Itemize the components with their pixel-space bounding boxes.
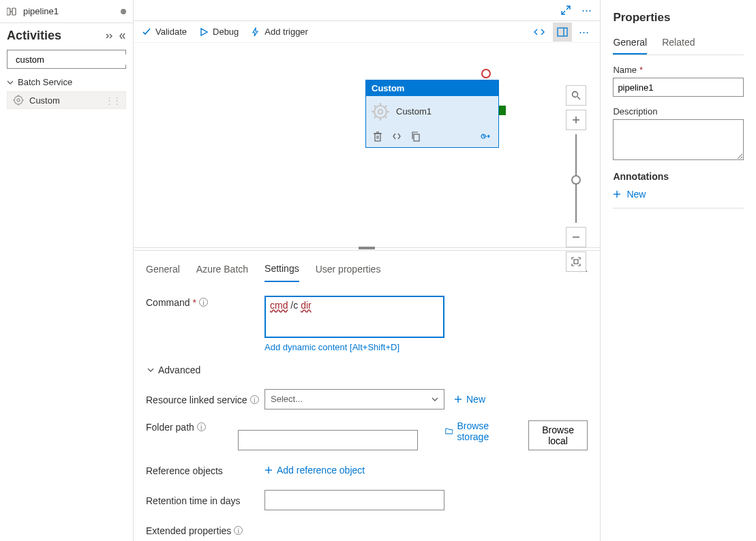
info-icon[interactable]: i	[250, 395, 259, 404]
retention-input[interactable]	[264, 490, 444, 510]
validate-button[interactable]: Validate	[142, 27, 187, 37]
extended-props-label: Extended properties i	[146, 524, 243, 536]
name-label: Name*	[613, 65, 744, 75]
new-linked-service-button[interactable]: New	[454, 394, 485, 405]
properties-toggle-button[interactable]	[553, 22, 572, 42]
svg-point-5	[14, 96, 22, 104]
node-actions	[366, 127, 498, 147]
flow-icon[interactable]	[481, 132, 492, 142]
add-trigger-button[interactable]: Add trigger	[251, 27, 308, 37]
properties-tab-related[interactable]: Related	[662, 34, 695, 55]
node-body: Custom1	[366, 96, 498, 127]
activities-search[interactable]	[7, 50, 126, 69]
activity-label: Custom	[29, 95, 60, 106]
svg-line-33	[577, 97, 580, 99]
svg-rect-1	[12, 8, 16, 15]
pipeline-icon	[7, 7, 18, 16]
toolbar-more-icon[interactable]: ⋯	[576, 26, 592, 38]
chevron-down-icon	[147, 367, 154, 373]
svg-rect-23	[375, 134, 380, 141]
tab-user-properties[interactable]: User properties	[316, 260, 381, 281]
drag-handle-icon: ⋮⋮	[105, 95, 120, 106]
svg-rect-11	[558, 28, 567, 36]
window-controls: ⋯	[134, 0, 600, 21]
check-icon	[142, 27, 151, 37]
svg-point-32	[573, 91, 578, 97]
svg-point-6	[17, 99, 20, 102]
horizontal-splitter[interactable]	[134, 247, 600, 250]
gear-icon	[13, 95, 24, 106]
zoom-fit-button[interactable]	[566, 251, 586, 272]
output-connector[interactable]	[499, 106, 506, 115]
activities-heading: Activities	[7, 29, 102, 43]
unsaved-indicator	[121, 9, 126, 14]
resource-linked-label: Resource linked service i	[146, 393, 264, 405]
description-input[interactable]	[613, 119, 744, 160]
zoom-out-button[interactable]	[566, 227, 586, 247]
svg-rect-28	[414, 134, 419, 141]
collapse-sidebar-icon[interactable]	[119, 32, 126, 40]
activity-custom[interactable]: Custom ⋮⋮	[7, 91, 126, 109]
folder-path-label: Folder path i	[146, 420, 238, 433]
advanced-toggle[interactable]: Advanced	[147, 365, 588, 375]
trigger-icon	[251, 27, 260, 37]
command-input[interactable]: cmd /c dir	[264, 296, 444, 338]
info-icon[interactable]: i	[197, 422, 206, 431]
zoom-search-button[interactable]	[566, 85, 586, 106]
activity-node-custom1[interactable]: Custom Custom1	[365, 80, 499, 148]
new-annotation-button[interactable]: New	[613, 186, 744, 208]
command-label: Command* i	[146, 296, 264, 308]
delete-icon[interactable]	[373, 132, 382, 142]
properties-tab-general[interactable]: General	[613, 34, 647, 55]
code-icon[interactable]	[392, 132, 402, 142]
code-view-button[interactable]	[530, 22, 549, 42]
svg-line-22	[385, 106, 387, 108]
svg-point-14	[378, 110, 383, 114]
svg-line-19	[374, 106, 376, 108]
annotations-heading: Annotations	[613, 171, 744, 182]
properties-tabs: General Related	[613, 34, 744, 55]
more-icon[interactable]: ⋯	[579, 4, 594, 16]
zoom-in-button[interactable]	[566, 110, 586, 130]
play-icon	[199, 27, 209, 37]
validation-error-badge	[481, 69, 491, 78]
main-area: ⋯ Validate Debug Add trigger ⋯ Cust	[134, 0, 601, 541]
chevron-down-icon	[432, 396, 438, 403]
copy-icon[interactable]	[411, 132, 421, 142]
add-reference-object-button[interactable]: Add reference object	[264, 465, 365, 476]
activities-header: Activities	[0, 23, 133, 46]
tab-general[interactable]: General	[146, 260, 180, 281]
settings-tabs: General Azure Batch Settings User proper…	[146, 251, 588, 282]
expand-all-icon[interactable]	[106, 32, 115, 40]
pipeline-toolbar: Validate Debug Add trigger ⋯	[134, 21, 600, 42]
group-batch-service[interactable]: Batch Service	[0, 74, 133, 90]
resource-linked-select[interactable]: Select...	[264, 389, 444, 409]
description-label: Description	[613, 106, 744, 117]
retention-label: Retention time in days	[146, 494, 264, 506]
debug-button[interactable]: Debug	[199, 27, 239, 37]
plus-icon	[613, 190, 621, 198]
folder-path-input[interactable]	[238, 430, 418, 450]
chevron-down-icon	[7, 79, 14, 86]
pipeline-canvas[interactable]: Custom Custom1	[134, 43, 600, 247]
properties-title: Properties	[613, 11, 744, 25]
tab-settings[interactable]: Settings	[264, 259, 299, 282]
browse-storage-link[interactable]: Browse storage	[445, 420, 508, 442]
settings-panel: General Azure Batch Settings User proper…	[134, 250, 600, 541]
tab-azure-batch[interactable]: Azure Batch	[196, 260, 248, 281]
gear-icon	[372, 103, 389, 121]
node-header: Custom	[366, 80, 498, 96]
search-input[interactable]	[16, 55, 130, 65]
info-icon[interactable]: i	[199, 298, 208, 307]
name-input[interactable]	[613, 78, 744, 97]
editor-tab[interactable]: pipeline1	[0, 0, 133, 23]
folder-icon	[445, 427, 453, 435]
svg-rect-37	[574, 260, 578, 264]
info-icon[interactable]: i	[234, 526, 243, 535]
tab-title: pipeline1	[23, 6, 59, 16]
zoom-thumb[interactable]	[571, 175, 581, 185]
add-dynamic-content-link[interactable]: Add dynamic content [Alt+Shift+D]	[264, 342, 444, 352]
browse-local-button[interactable]: Browse local	[528, 420, 588, 450]
zoom-slider[interactable]	[575, 134, 577, 223]
expand-icon[interactable]	[558, 5, 573, 15]
